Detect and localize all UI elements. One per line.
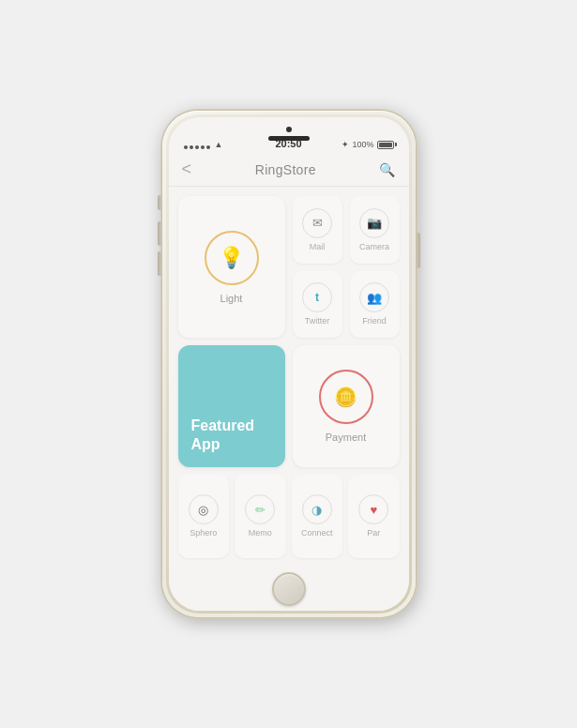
battery-label: 100% — [352, 140, 373, 149]
connect-icon: ◑ — [311, 503, 322, 517]
app-grid: 💡 Light ✉ Mail 📷 — [169, 187, 409, 568]
mail-icon: ✉ — [312, 216, 323, 230]
par-icon: ♥ — [370, 503, 377, 517]
signal-dot — [184, 145, 188, 149]
camera-icon: 📷 — [367, 216, 382, 230]
memo-icon: ✏ — [255, 503, 266, 517]
home-button[interactable] — [272, 572, 306, 606]
featured-cell[interactable]: Featured App — [178, 345, 285, 466]
phone-device: ▲ 20:50 ✦ 100% < RingStore 🔍 — [162, 111, 416, 617]
battery-icon — [377, 141, 394, 149]
signal-dot — [190, 145, 193, 149]
mute-button[interactable] — [158, 195, 161, 210]
camera-dot — [286, 127, 292, 132]
camera-circle: 📷 — [359, 208, 389, 238]
home-button-area — [169, 568, 409, 611]
light-cell[interactable]: 💡 Light — [178, 196, 285, 338]
search-button[interactable]: 🔍 — [379, 162, 395, 177]
sphero-label: Sphero — [190, 528, 217, 538]
power-button[interactable] — [417, 233, 420, 268]
connect-label: Connect — [301, 528, 333, 538]
battery-fill — [379, 143, 392, 147]
signal-area: ▲ — [184, 140, 223, 149]
payment-circle: 🪙 — [319, 370, 373, 424]
volume-up-button[interactable] — [158, 221, 161, 246]
back-button[interactable]: < — [182, 159, 192, 179]
par-label: Par — [367, 528, 380, 538]
light-circle: 💡 — [205, 231, 259, 285]
par-circle: ♥ — [358, 494, 388, 524]
payment-cell[interactable]: 🪙 Payment — [293, 345, 400, 466]
signal-dot — [201, 145, 205, 149]
connect-cell[interactable]: ◑ Connect — [292, 475, 343, 558]
mail-circle: ✉ — [302, 208, 332, 238]
mail-cell[interactable]: ✉ Mail — [293, 196, 342, 264]
twitter-label: Twitter — [305, 316, 330, 326]
featured-label: Featured App — [191, 417, 272, 454]
par-cell[interactable]: ♥ Par — [348, 475, 400, 558]
screen: ▲ 20:50 ✦ 100% < RingStore 🔍 — [169, 117, 409, 611]
speaker-bar — [268, 136, 310, 141]
signal-dot — [206, 145, 210, 149]
bluetooth-icon: ✦ — [342, 140, 349, 149]
bottom-row: ◎ Sphero ✏ Memo ◑ Connect — [178, 475, 400, 558]
sphero-circle: ◎ — [189, 494, 219, 524]
status-right: ✦ 100% — [342, 140, 393, 149]
top-notch — [268, 127, 310, 141]
light-label: Light — [220, 293, 243, 304]
twitter-icon: t — [315, 291, 319, 304]
sphero-cell[interactable]: ◎ Sphero — [178, 475, 230, 558]
payment-icon: 🪙 — [334, 386, 357, 408]
twitter-cell[interactable]: t Twitter — [293, 271, 342, 339]
payment-label: Payment — [326, 432, 366, 443]
phone-inner-frame: ▲ 20:50 ✦ 100% < RingStore 🔍 — [166, 114, 412, 614]
twitter-circle: t — [302, 282, 332, 312]
mail-label: Mail — [310, 242, 326, 251]
nav-bar: < RingStore 🔍 — [169, 153, 409, 187]
camera-label: Camera — [359, 242, 389, 251]
right-mini-grid: ✉ Mail 📷 Camera t Twitter — [293, 196, 400, 338]
friend-icon: 👥 — [367, 291, 382, 305]
wifi-icon: ▲ — [215, 140, 223, 149]
friend-label: Friend — [362, 316, 387, 326]
nav-title: RingStore — [255, 162, 316, 177]
memo-cell[interactable]: ✏ Memo — [235, 475, 286, 558]
volume-down-button[interactable] — [158, 251, 161, 276]
friend-circle: 👥 — [359, 282, 389, 312]
connect-circle: ◑ — [302, 494, 332, 524]
sphero-icon: ◎ — [198, 503, 208, 517]
light-bulb-icon: 💡 — [219, 246, 244, 270]
camera-cell[interactable]: 📷 Camera — [350, 196, 400, 264]
memo-label: Memo — [249, 528, 272, 538]
signal-dot — [195, 145, 199, 149]
friend-cell[interactable]: 👥 Friend — [350, 271, 400, 339]
memo-circle: ✏ — [245, 494, 275, 524]
